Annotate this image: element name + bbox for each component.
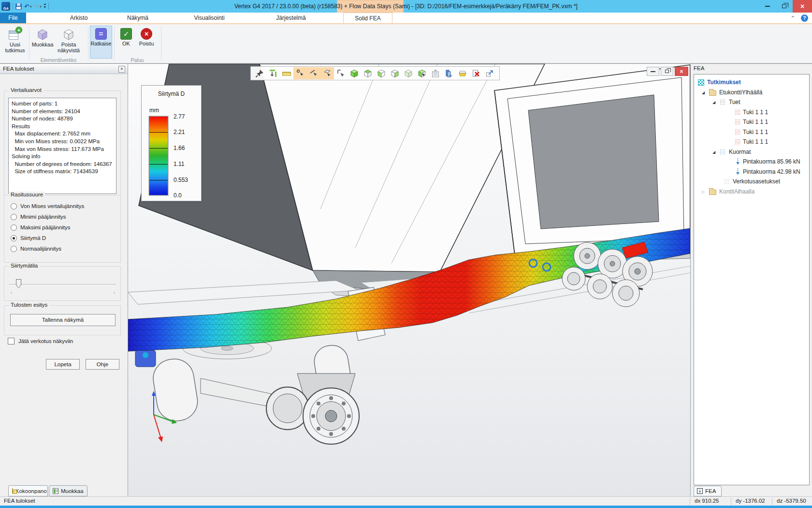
panel-title: FEA xyxy=(694,65,704,71)
tab-arkisto[interactable]: Arkisto xyxy=(59,13,99,23)
transform-arrow-icon[interactable] xyxy=(483,67,496,79)
divider xyxy=(48,3,49,10)
cube-solid-icon[interactable] xyxy=(348,67,361,79)
keep-mesh-visible-checkbox[interactable]: Jätä verkotus näkyviin xyxy=(8,337,73,345)
cube-select-icon[interactable] xyxy=(415,67,429,79)
minimize-button[interactable] xyxy=(760,0,775,13)
radio-min-paajannitys[interactable]: Minimi pääjännitys xyxy=(11,213,66,221)
save-view-button[interactable]: Tallenna näkymä xyxy=(10,314,116,326)
ribbon-separator xyxy=(29,27,29,60)
displacement-slider-track[interactable] xyxy=(9,284,116,285)
copy-views-icon[interactable] xyxy=(442,67,456,79)
tree-item-tuet[interactable]: Tuet xyxy=(694,97,809,107)
legend-title: Siirtymä D xyxy=(142,90,201,97)
legend-unit: mm xyxy=(149,107,159,114)
solve-icon xyxy=(95,28,107,40)
3d-viewport[interactable]: × Siirtymä D mm 2.77 2.21 1.66 1.11 0.55… xyxy=(128,64,690,497)
tree-item-etukonttiylhaalla[interactable]: EtukonttiYlhäällä xyxy=(694,88,809,97)
tree-item-pintakuorma[interactable]: Pintakuorma 85.96 kN xyxy=(694,157,809,166)
viewport-restore-button[interactable] xyxy=(661,67,673,76)
tab-fea[interactable]: FEA xyxy=(694,486,722,496)
redo-icon[interactable] xyxy=(34,3,41,10)
left-bottom-tabs: Kokoonpano Muokkaa xyxy=(0,485,128,497)
exit-icon xyxy=(141,28,152,40)
tree-item-tuki[interactable]: Tuki 1 1 1 xyxy=(694,107,809,117)
customize-quick-access-icon[interactable] xyxy=(44,4,46,9)
expand-arrow-icon[interactable] xyxy=(702,90,706,95)
solve-button[interactable]: Ratkaise xyxy=(90,26,112,59)
ribbon-separator xyxy=(161,27,161,60)
status-dz: dz -5379.50 xyxy=(777,498,811,504)
tree-item-tuki[interactable]: Tuki 1 1 1 xyxy=(694,137,809,147)
close-button[interactable]: × xyxy=(793,0,812,13)
tab-file[interactable]: File xyxy=(0,13,26,23)
snap-plane-icon[interactable] xyxy=(320,67,334,79)
save-icon[interactable] xyxy=(15,3,22,10)
hide-from-view-button[interactable]: Poista näkyvistä xyxy=(54,26,83,59)
app-logo-icon[interactable]: G4 xyxy=(1,2,10,11)
tab-jarjestelma[interactable]: Järjestelmä xyxy=(260,13,322,23)
tab-nakyma[interactable]: Näkymä xyxy=(116,13,160,23)
displacement-legend: Siirtymä D mm 2.77 2.21 1.66 1.11 0.553 … xyxy=(141,85,202,201)
collapse-ribbon-icon[interactable] xyxy=(791,15,795,21)
tab-visualisointi[interactable]: Visualisointi xyxy=(178,13,241,23)
collapse-arrow-icon[interactable] xyxy=(702,190,706,194)
undo-icon[interactable] xyxy=(24,3,31,10)
edit-mesh-button[interactable]: Muokkaa xyxy=(31,26,54,59)
close-panel-icon[interactable] xyxy=(118,66,125,73)
tree-item-tuki[interactable]: Tuki 1 1 1 xyxy=(694,127,809,137)
tab-solid-fea[interactable]: Solid FEA xyxy=(343,13,392,23)
ribbon-separator xyxy=(114,27,115,60)
snap-angle-icon[interactable] xyxy=(293,67,307,79)
ribbon: + Uusi tutkimus Muokkaa Poista näkyvistä xyxy=(0,23,812,63)
cube-top-icon[interactable] xyxy=(361,67,375,79)
tree-item-tuki[interactable]: Tuki 1 1 1 xyxy=(694,117,809,127)
ruler-icon[interactable] xyxy=(280,67,293,79)
tree-item-kuormat[interactable]: Kuormat xyxy=(694,147,809,157)
edit-window-icon xyxy=(53,488,58,494)
ohje-button[interactable]: Ohje xyxy=(86,359,119,370)
lopeta-button[interactable]: Lopeta xyxy=(46,359,80,370)
3d-model-scene xyxy=(128,64,690,497)
ok-check-icon xyxy=(120,28,132,40)
status-dx: dx 910.25 xyxy=(695,498,728,504)
tree-item-kontitalhaalla[interactable]: KontitAlhaalla xyxy=(694,187,809,196)
cube-hollow-icon[interactable] xyxy=(388,67,402,79)
studies-icon xyxy=(698,79,704,86)
expand-arrow-icon[interactable] xyxy=(712,150,717,154)
application-window: G4 Vertex G4 2017 / 23.0.00 (beta) (r158… xyxy=(0,0,812,508)
radio-siirtyma-d[interactable]: Siirtymä D xyxy=(11,234,46,242)
support-icon xyxy=(735,119,740,125)
tab-kokoonpano[interactable]: Kokoonpano xyxy=(8,485,48,496)
viewport-minimize-button[interactable] xyxy=(647,67,659,76)
list-icon[interactable] xyxy=(429,67,442,79)
snap-corner-icon[interactable] xyxy=(334,67,348,79)
tree-item-pintakuorma[interactable]: Pintakuorma 42.98 kN xyxy=(694,167,809,177)
radio-von-mises[interactable]: Von Mises vertailujännitys xyxy=(11,202,84,210)
ribbon-group-label: Paluu xyxy=(114,57,161,63)
cube-front-icon[interactable] xyxy=(375,67,388,79)
slider-tick xyxy=(114,292,115,294)
move-step-icon[interactable] xyxy=(266,67,280,79)
restore-button[interactable] xyxy=(776,0,792,13)
tab-muokkaa[interactable]: Muokkaa xyxy=(49,485,87,496)
results-textbox[interactable]: Number of parts: 1 Number of elements: 2… xyxy=(8,98,116,194)
snap-line-icon[interactable] xyxy=(307,67,320,79)
help-icon[interactable] xyxy=(801,15,808,22)
ok-button[interactable]: OK xyxy=(117,26,135,59)
pushpin-icon[interactable] xyxy=(253,67,266,79)
folder-icon xyxy=(709,190,716,195)
cube-pale-icon[interactable] xyxy=(402,67,415,79)
print-tray-icon[interactable] xyxy=(456,67,469,79)
radio-normaalijannitys[interactable]: Normaalijännitys xyxy=(11,245,61,253)
displacement-slider-thumb[interactable] xyxy=(16,279,21,288)
radio-max-paajannitys[interactable]: Maksimi pääjännitys xyxy=(11,224,71,231)
expand-arrow-icon[interactable] xyxy=(712,100,717,105)
delete-icon[interactable] xyxy=(469,67,483,79)
viewport-close-button[interactable]: × xyxy=(675,67,688,76)
exit-button[interactable]: Poistu xyxy=(135,26,158,59)
legend-value: 0.553 xyxy=(174,177,200,183)
new-study-button[interactable]: + Uusi tutkimus xyxy=(3,26,27,59)
tree-item-verkotusasetukset[interactable]: Verkotusasetukset xyxy=(694,177,809,186)
tree-item-tutkimukset[interactable]: Tutkimukset xyxy=(694,77,809,87)
